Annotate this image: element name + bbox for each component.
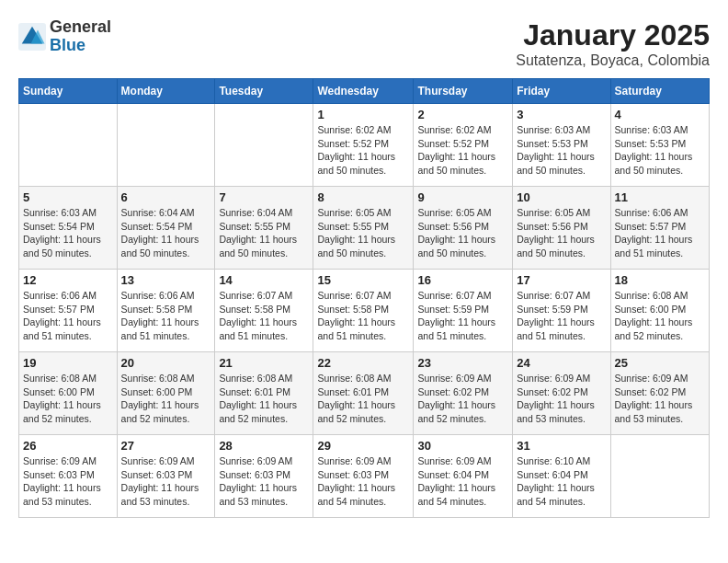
calendar-cell: 4Sunrise: 6:03 AM Sunset: 5:53 PM Daylig… xyxy=(610,104,709,187)
day-number: 23 xyxy=(417,356,508,370)
weekday-header-tuesday: Tuesday xyxy=(215,79,313,104)
day-number: 15 xyxy=(317,273,409,287)
day-number: 11 xyxy=(615,190,705,204)
day-info: Sunrise: 6:09 AM Sunset: 6:03 PM Dayligh… xyxy=(317,454,409,509)
day-number: 18 xyxy=(615,273,705,287)
day-info: Sunrise: 6:06 AM Sunset: 5:58 PM Dayligh… xyxy=(121,289,211,343)
calendar-cell: 30Sunrise: 6:09 AM Sunset: 6:04 PM Dayli… xyxy=(414,435,513,518)
weekday-header-monday: Monday xyxy=(117,79,215,104)
calendar-header: SundayMondayTuesdayWednesdayThursdayFrid… xyxy=(19,79,710,104)
day-info: Sunrise: 6:07 AM Sunset: 5:59 PM Dayligh… xyxy=(417,289,508,343)
logo-blue-text: Blue xyxy=(50,37,111,55)
day-info: Sunrise: 6:05 AM Sunset: 5:55 PM Dayligh… xyxy=(317,206,409,260)
day-number: 8 xyxy=(317,190,409,204)
calendar-cell: 27Sunrise: 6:09 AM Sunset: 6:03 PM Dayli… xyxy=(117,435,215,518)
calendar-cell: 20Sunrise: 6:08 AM Sunset: 6:00 PM Dayli… xyxy=(117,352,215,435)
calendar-cell: 10Sunrise: 6:05 AM Sunset: 5:56 PM Dayli… xyxy=(513,187,610,270)
day-number: 28 xyxy=(219,439,309,453)
day-info: Sunrise: 6:06 AM Sunset: 5:57 PM Dayligh… xyxy=(615,206,705,260)
day-info: Sunrise: 6:08 AM Sunset: 6:00 PM Dayligh… xyxy=(121,372,211,426)
calendar-week-1: 1Sunrise: 6:02 AM Sunset: 5:52 PM Daylig… xyxy=(19,104,710,187)
day-info: Sunrise: 6:08 AM Sunset: 6:00 PM Dayligh… xyxy=(615,289,705,343)
day-info: Sunrise: 6:05 AM Sunset: 5:56 PM Dayligh… xyxy=(417,206,508,260)
day-number: 24 xyxy=(517,356,606,370)
calendar-cell: 8Sunrise: 6:05 AM Sunset: 5:55 PM Daylig… xyxy=(313,187,414,270)
day-info: Sunrise: 6:07 AM Sunset: 5:59 PM Dayligh… xyxy=(517,289,606,343)
calendar-cell: 18Sunrise: 6:08 AM Sunset: 6:00 PM Dayli… xyxy=(610,270,709,352)
day-number: 7 xyxy=(219,190,309,204)
calendar-cell: 5Sunrise: 6:03 AM Sunset: 5:54 PM Daylig… xyxy=(19,187,118,270)
day-info: Sunrise: 6:04 AM Sunset: 5:54 PM Dayligh… xyxy=(121,206,211,260)
calendar-cell: 12Sunrise: 6:06 AM Sunset: 5:57 PM Dayli… xyxy=(19,270,118,352)
calendar-cell: 11Sunrise: 6:06 AM Sunset: 5:57 PM Dayli… xyxy=(610,187,709,270)
logo-general: General xyxy=(50,18,111,37)
calendar-cell: 22Sunrise: 6:08 AM Sunset: 6:01 PM Dayli… xyxy=(313,352,414,435)
day-info: Sunrise: 6:02 AM Sunset: 5:52 PM Dayligh… xyxy=(417,123,508,178)
day-number: 14 xyxy=(219,273,309,287)
day-number: 9 xyxy=(417,190,508,204)
calendar-week-3: 12Sunrise: 6:06 AM Sunset: 5:57 PM Dayli… xyxy=(19,270,710,352)
calendar-cell: 31Sunrise: 6:10 AM Sunset: 6:04 PM Dayli… xyxy=(513,435,610,518)
day-info: Sunrise: 6:09 AM Sunset: 6:02 PM Dayligh… xyxy=(517,372,606,426)
day-info: Sunrise: 6:06 AM Sunset: 5:57 PM Dayligh… xyxy=(23,289,113,343)
weekday-header-row: SundayMondayTuesdayWednesdayThursdayFrid… xyxy=(19,79,710,104)
day-info: Sunrise: 6:08 AM Sunset: 6:01 PM Dayligh… xyxy=(317,372,409,426)
calendar-cell: 1Sunrise: 6:02 AM Sunset: 5:52 PM Daylig… xyxy=(313,104,414,187)
day-number: 20 xyxy=(121,356,211,370)
calendar-cell xyxy=(215,104,313,187)
day-info: Sunrise: 6:09 AM Sunset: 6:03 PM Dayligh… xyxy=(23,454,113,509)
day-info: Sunrise: 6:09 AM Sunset: 6:02 PM Dayligh… xyxy=(417,372,508,426)
day-number: 30 xyxy=(417,439,508,453)
day-info: Sunrise: 6:04 AM Sunset: 5:55 PM Dayligh… xyxy=(219,206,309,260)
calendar-week-2: 5Sunrise: 6:03 AM Sunset: 5:54 PM Daylig… xyxy=(19,187,710,270)
day-number: 4 xyxy=(615,108,705,121)
calendar-cell: 15Sunrise: 6:07 AM Sunset: 5:58 PM Dayli… xyxy=(313,270,414,352)
logo: General Blue xyxy=(18,18,111,55)
weekday-header-thursday: Thursday xyxy=(414,79,513,104)
day-number: 16 xyxy=(417,273,508,287)
day-number: 21 xyxy=(219,356,309,370)
day-info: Sunrise: 6:09 AM Sunset: 6:03 PM Dayligh… xyxy=(219,454,309,509)
calendar-cell: 2Sunrise: 6:02 AM Sunset: 5:52 PM Daylig… xyxy=(414,104,513,187)
weekday-header-sunday: Sunday xyxy=(19,79,118,104)
day-number: 26 xyxy=(23,439,113,453)
logo-icon xyxy=(18,23,46,51)
day-info: Sunrise: 6:08 AM Sunset: 6:00 PM Dayligh… xyxy=(23,372,113,426)
day-number: 27 xyxy=(121,439,211,453)
page-header: General Blue January 2025 Sutatenza, Boy… xyxy=(18,18,710,69)
calendar-cell: 26Sunrise: 6:09 AM Sunset: 6:03 PM Dayli… xyxy=(19,435,118,518)
calendar-subtitle: Sutatenza, Boyaca, Colombia xyxy=(516,52,710,69)
day-number: 5 xyxy=(23,190,113,204)
day-number: 10 xyxy=(517,190,606,204)
day-info: Sunrise: 6:07 AM Sunset: 5:58 PM Dayligh… xyxy=(317,289,409,343)
day-info: Sunrise: 6:03 AM Sunset: 5:53 PM Dayligh… xyxy=(517,123,606,178)
day-number: 19 xyxy=(23,356,113,370)
day-number: 22 xyxy=(317,356,409,370)
weekday-header-friday: Friday xyxy=(513,79,610,104)
day-info: Sunrise: 6:03 AM Sunset: 5:54 PM Dayligh… xyxy=(23,206,113,260)
day-info: Sunrise: 6:05 AM Sunset: 5:56 PM Dayligh… xyxy=(517,206,606,260)
calendar-cell: 23Sunrise: 6:09 AM Sunset: 6:02 PM Dayli… xyxy=(414,352,513,435)
calendar-week-5: 26Sunrise: 6:09 AM Sunset: 6:03 PM Dayli… xyxy=(19,435,710,518)
day-number: 1 xyxy=(317,108,409,121)
calendar-cell: 9Sunrise: 6:05 AM Sunset: 5:56 PM Daylig… xyxy=(414,187,513,270)
calendar-body: 1Sunrise: 6:02 AM Sunset: 5:52 PM Daylig… xyxy=(19,104,710,518)
calendar-cell: 6Sunrise: 6:04 AM Sunset: 5:54 PM Daylig… xyxy=(117,187,215,270)
day-number: 17 xyxy=(517,273,606,287)
calendar-cell: 17Sunrise: 6:07 AM Sunset: 5:59 PM Dayli… xyxy=(513,270,610,352)
day-info: Sunrise: 6:09 AM Sunset: 6:03 PM Dayligh… xyxy=(121,454,211,509)
day-number: 3 xyxy=(517,108,606,121)
calendar-cell: 29Sunrise: 6:09 AM Sunset: 6:03 PM Dayli… xyxy=(313,435,414,518)
day-number: 2 xyxy=(417,108,508,121)
day-number: 12 xyxy=(23,273,113,287)
title-block: January 2025 Sutatenza, Boyaca, Colombia xyxy=(516,18,710,69)
calendar-cell: 21Sunrise: 6:08 AM Sunset: 6:01 PM Dayli… xyxy=(215,352,313,435)
day-number: 25 xyxy=(615,356,705,370)
day-number: 13 xyxy=(121,273,211,287)
calendar-cell: 3Sunrise: 6:03 AM Sunset: 5:53 PM Daylig… xyxy=(513,104,610,187)
weekday-header-wednesday: Wednesday xyxy=(313,79,414,104)
calendar-cell: 7Sunrise: 6:04 AM Sunset: 5:55 PM Daylig… xyxy=(215,187,313,270)
calendar-title: January 2025 xyxy=(516,18,710,52)
day-number: 31 xyxy=(517,439,606,453)
weekday-header-saturday: Saturday xyxy=(610,79,709,104)
